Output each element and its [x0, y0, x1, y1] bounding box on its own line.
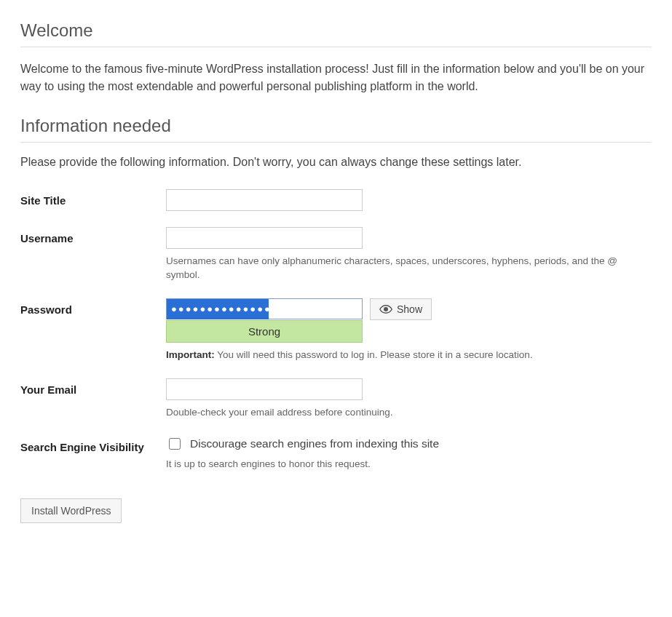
- welcome-heading: Welcome: [20, 20, 652, 47]
- eye-icon: [379, 304, 392, 314]
- password-hint-prefix: Important:: [166, 349, 215, 360]
- visibility-hint: It is up to search engines to honor this…: [166, 458, 652, 471]
- email-label: Your Email: [20, 378, 166, 397]
- site-title-label: Site Title: [20, 189, 166, 208]
- password-strength-badge: Strong: [166, 320, 363, 343]
- install-button[interactable]: Install WordPress: [20, 498, 122, 523]
- visibility-checkbox-label: Discourage search engines from indexing …: [190, 437, 439, 450]
- username-row: Username Usernames can have only alphanu…: [20, 227, 652, 282]
- show-password-button[interactable]: Show: [370, 298, 432, 320]
- site-title-row: Site Title: [20, 189, 652, 211]
- svg-point-0: [384, 308, 388, 311]
- password-input[interactable]: [166, 298, 363, 319]
- password-row: Password ●●●●●●●●●●●●●● Show Strong Impo…: [20, 298, 652, 362]
- intro-text: Welcome to the famous five-minute WordPr…: [20, 60, 652, 95]
- username-hint: Usernames can have only alphanumeric cha…: [166, 255, 652, 282]
- password-label: Password: [20, 298, 166, 317]
- password-hint: Important: You will need this password t…: [166, 349, 652, 362]
- show-password-label: Show: [397, 303, 422, 315]
- site-title-input[interactable]: [166, 189, 363, 211]
- username-label: Username: [20, 227, 166, 246]
- email-input[interactable]: [166, 378, 363, 400]
- email-row: Your Email Double-check your email addre…: [20, 378, 652, 420]
- username-input[interactable]: [166, 227, 363, 249]
- visibility-row: Search Engine Visibility Discourage sear…: [20, 436, 652, 471]
- visibility-checkbox[interactable]: [169, 438, 181, 450]
- password-hint-text: You will need this password to log in. P…: [215, 349, 533, 360]
- visibility-label: Search Engine Visibility: [20, 436, 166, 455]
- email-hint: Double-check your email address before c…: [166, 406, 652, 420]
- sub-text: Please provide the following information…: [20, 156, 652, 169]
- info-needed-heading: Information needed: [20, 116, 652, 143]
